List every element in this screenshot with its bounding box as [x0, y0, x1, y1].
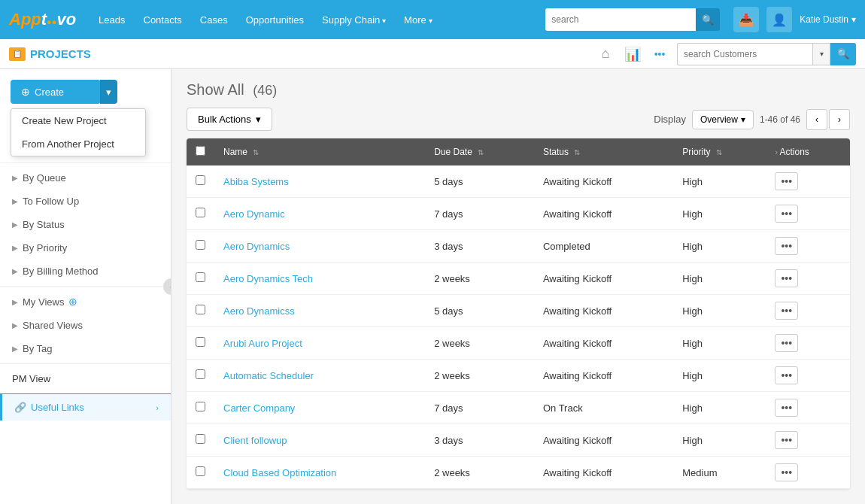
- nav-opportunities[interactable]: Opportunities: [238, 10, 311, 30]
- row-actions-button-8[interactable]: •••: [775, 431, 798, 449]
- priority-sort-icon[interactable]: ⇅: [716, 148, 722, 156]
- row-checkbox-8[interactable]: [196, 434, 205, 444]
- nav-more[interactable]: More: [396, 10, 439, 30]
- project-name-link-9[interactable]: Cloud Based Optimization: [223, 467, 336, 478]
- to-follow-up-label: To Follow Up: [23, 196, 79, 207]
- module-title-text: PROJECTS: [30, 47, 91, 60]
- sidebar-item-by-status[interactable]: ▶ By Status: [0, 213, 171, 236]
- by-status-label: By Status: [23, 219, 65, 230]
- pagination-info: 1-46 of 46: [760, 114, 800, 125]
- project-name-link-1[interactable]: Aero Dynamic: [223, 208, 285, 220]
- select-all-checkbox[interactable]: [196, 146, 205, 156]
- sidebar-item-by-billing-method[interactable]: ▶ By Billing Method: [0, 260, 171, 283]
- create-plus-icon: ⊕: [21, 86, 30, 98]
- home-icon-button[interactable]: ⌂: [594, 43, 617, 65]
- top-search-area: 🔍: [545, 8, 720, 31]
- project-name-link-5[interactable]: Arubi Auro Project: [223, 338, 302, 349]
- sidebar-divider-2: [0, 286, 171, 287]
- row-checkbox-1[interactable]: [196, 208, 205, 217]
- create-dropdown-toggle[interactable]: ▾: [100, 80, 117, 104]
- nav-supply-chain[interactable]: Supply Chain: [314, 10, 393, 30]
- row-checkbox-2[interactable]: [196, 240, 205, 250]
- inbox-icon-button[interactable]: 📥: [733, 7, 759, 32]
- bulk-actions-button[interactable]: Bulk Actions ▾: [187, 108, 272, 131]
- status-sort-icon[interactable]: ⇅: [574, 148, 580, 156]
- chart-icon-button[interactable]: 📊: [621, 43, 644, 65]
- sidebar-item-by-tag[interactable]: ▶ By Tag: [0, 337, 171, 360]
- due-date-sort-icon[interactable]: ⇅: [478, 148, 484, 156]
- row-actions-button-9[interactable]: •••: [775, 463, 798, 481]
- row-checkbox-4[interactable]: [196, 305, 205, 314]
- header-checkbox-col: [187, 138, 214, 165]
- row-actions-button-7[interactable]: •••: [775, 399, 798, 417]
- table-row: Carter Company 7 days On Track High •••: [187, 392, 850, 424]
- sidebar-item-pm-view[interactable]: PM View: [0, 367, 171, 390]
- row-actions-button-3[interactable]: •••: [775, 269, 798, 287]
- sidebar-divider-1: [0, 162, 171, 163]
- projects-table: Name ⇅ Due Date ⇅ Status ⇅ Priority ⇅: [187, 138, 850, 489]
- create-button[interactable]: ⊕ Create: [11, 80, 101, 104]
- row-checkbox-5[interactable]: [196, 337, 205, 347]
- sidebar-item-by-priority[interactable]: ▶ By Priority: [0, 236, 171, 260]
- project-name-link-7[interactable]: Carter Company: [223, 402, 295, 414]
- name-sort-icon[interactable]: ⇅: [253, 148, 259, 156]
- user-name: Katie Dustin: [800, 14, 848, 25]
- row-status-7: On Track: [534, 392, 673, 424]
- project-name-link-4[interactable]: Aero Dynamicss: [223, 305, 295, 317]
- overview-select[interactable]: Overview ▾: [692, 110, 754, 129]
- row-actions-button-1[interactable]: •••: [775, 205, 798, 223]
- row-actions-6: •••: [766, 360, 850, 392]
- link-icon: 🔗: [14, 402, 26, 413]
- top-search-button[interactable]: 🔍: [696, 8, 720, 31]
- row-actions-2: •••: [766, 230, 850, 263]
- sidebar-item-by-queue[interactable]: ▶ By Queue: [0, 166, 171, 190]
- row-due-date-6: 2 weeks: [425, 360, 534, 392]
- row-checkbox-7[interactable]: [196, 402, 205, 411]
- project-name-link-2[interactable]: Aero Dynamics: [223, 241, 290, 252]
- customer-search-button[interactable]: 🔍: [830, 43, 856, 65]
- row-checkbox-col: [187, 457, 214, 489]
- app-logo[interactable]: Appt●●vo: [9, 10, 76, 29]
- row-actions-button-6[interactable]: •••: [775, 366, 798, 384]
- row-actions-button-5[interactable]: •••: [775, 334, 798, 352]
- prev-page-button[interactable]: ‹: [806, 109, 827, 130]
- row-priority-4: High: [673, 295, 766, 327]
- row-priority-3: High: [673, 263, 766, 295]
- row-checkbox-col: [187, 327, 214, 360]
- row-actions-button-0[interactable]: •••: [775, 172, 798, 190]
- row-checkbox-0[interactable]: [196, 175, 205, 185]
- customer-search-input[interactable]: [677, 43, 812, 65]
- row-checkbox-9[interactable]: [196, 466, 205, 476]
- row-checkbox-6[interactable]: [196, 369, 205, 379]
- project-name-link-3[interactable]: Aero Dynamics Tech: [223, 273, 313, 284]
- pm-view-label: PM View: [12, 373, 50, 384]
- project-name-link-0[interactable]: Abiba Systems: [223, 176, 289, 187]
- nav-contacts[interactable]: Contacts: [136, 10, 190, 30]
- nav-leads[interactable]: Leads: [91, 10, 132, 30]
- row-actions-button-4[interactable]: •••: [775, 302, 798, 320]
- nav-cases[interactable]: Cases: [193, 10, 235, 30]
- from-another-project-item[interactable]: From Another Project: [11, 132, 145, 156]
- bulk-actions-dropdown-icon: ▾: [256, 114, 261, 125]
- sidebar-item-shared-views[interactable]: ▶ Shared Views: [0, 314, 171, 337]
- row-status-3: Awaiting Kickoff: [534, 263, 673, 295]
- top-search-input[interactable]: [545, 8, 696, 31]
- add-view-icon[interactable]: ⊕: [68, 296, 77, 308]
- project-name-link-8[interactable]: Client followup: [223, 435, 287, 446]
- user-menu-button[interactable]: Katie Dustin ▾: [800, 14, 856, 25]
- row-checkbox-3[interactable]: [196, 272, 205, 282]
- bulk-actions-label: Bulk Actions: [198, 114, 251, 125]
- more-options-button[interactable]: •••: [648, 43, 671, 65]
- create-dropdown-menu: Create New Project From Another Project: [11, 108, 146, 156]
- sidebar-item-useful-links[interactable]: 🔗 Useful Links ›: [0, 393, 171, 421]
- project-name-link-6[interactable]: Automatic Scheduler: [223, 370, 314, 381]
- by-billing-method-label: By Billing Method: [23, 266, 98, 277]
- sidebar-item-my-views[interactable]: ▶ My Views ⊕: [0, 290, 171, 314]
- sidebar-item-to-follow-up[interactable]: ▶ To Follow Up: [0, 190, 171, 213]
- next-page-button[interactable]: ›: [829, 109, 850, 130]
- search-dropdown-button[interactable]: ▾: [812, 43, 830, 65]
- row-actions-button-2[interactable]: •••: [775, 237, 798, 255]
- table-row: Aero Dynamics Tech 2 weeks Awaiting Kick…: [187, 263, 850, 295]
- contacts-icon-button[interactable]: 👤: [766, 7, 792, 32]
- create-new-project-item[interactable]: Create New Project: [11, 109, 145, 132]
